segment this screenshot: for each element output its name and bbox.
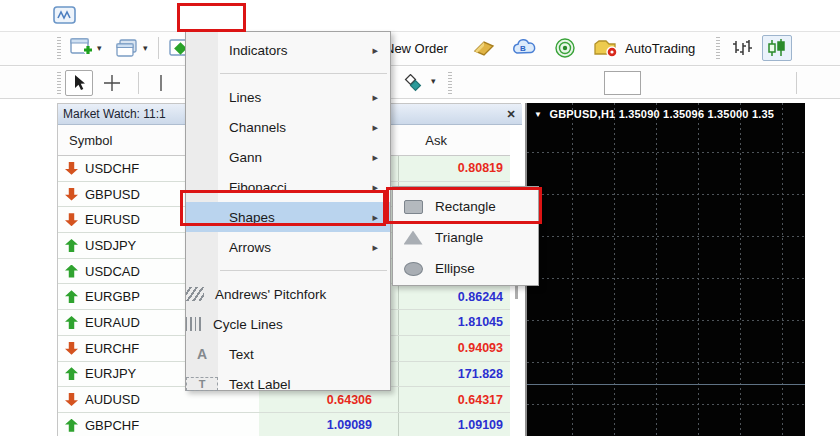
crosshair-tool-button[interactable]	[98, 70, 126, 96]
menu-item-label: Gann	[229, 150, 372, 165]
chart-ohlc-values: 1.35090 1.35096 1.35000 1.35	[619, 108, 774, 120]
timeframe-button[interactable]	[715, 71, 752, 95]
trend-arrow-icon	[65, 290, 78, 303]
timeframe-bar	[456, 71, 789, 95]
textlabel-icon: T	[186, 377, 218, 391]
toolbar-grip[interactable]	[57, 72, 61, 94]
new-chart-button[interactable]	[67, 35, 96, 61]
trend-arrow-icon	[65, 316, 78, 329]
menu-item[interactable]: Gann ▸	[186, 142, 390, 172]
bar-chart-mode-button[interactable]	[728, 35, 756, 61]
timeframe-button[interactable]	[493, 71, 530, 95]
menu-item-label: Lines	[229, 90, 372, 105]
autotrading-label[interactable]: AutoTrading	[625, 41, 695, 56]
symbol-label: EURGBP	[85, 289, 140, 304]
menu-bar	[0, 0, 840, 31]
triangle-icon	[404, 231, 423, 245]
indicator-dropdown-icon[interactable]: ▾	[431, 76, 436, 86]
timeframe-button[interactable]	[456, 71, 493, 95]
menu-item[interactable]: Shapes ▸	[186, 202, 390, 232]
profiles-dropdown-icon[interactable]: ▾	[143, 43, 148, 53]
ask-value: 1.09109	[398, 413, 510, 436]
vertical-line-tool-button[interactable]	[148, 70, 174, 96]
signals-button[interactable]	[550, 35, 580, 61]
trend-arrow-icon	[65, 213, 78, 226]
chart-header: ▼ GBPUSD,H1 1.35090 1.35096 1.35000 1.35	[534, 108, 774, 120]
toolbar-grip[interactable]	[57, 37, 61, 59]
timeframe-button[interactable]	[530, 71, 567, 95]
timeframe-button[interactable]	[752, 71, 789, 95]
chart-area[interactable]: ▼ GBPUSD,H1 1.35090 1.35096 1.35000 1.35	[525, 103, 805, 436]
profiles-icon	[115, 38, 139, 58]
submenu-arrow-icon: ▸	[372, 121, 378, 134]
symbol-column-header[interactable]: Symbol	[69, 133, 112, 148]
trend-arrow-icon	[65, 265, 78, 278]
timeframe-button[interactable]	[641, 71, 678, 95]
timeframe-button[interactable]	[678, 71, 715, 95]
toolbar-separator	[796, 72, 797, 94]
symbol-label: EURAUD	[85, 315, 140, 330]
menu-item[interactable]: Arrows ▸	[186, 232, 390, 262]
symbol-label: GBPCHF	[85, 418, 139, 433]
new-chart-dropdown-icon[interactable]: ▾	[97, 43, 102, 53]
ask-column-header[interactable]: Ask	[425, 133, 447, 148]
menu-item[interactable]: Indicators ▸	[186, 35, 390, 65]
menu-item-label: Fibonacci	[229, 180, 372, 195]
submenu-item[interactable]: Rectangle	[393, 191, 538, 222]
autotrading-icon	[593, 37, 619, 59]
indicator-list-button[interactable]	[400, 70, 428, 96]
ask-value: 0.86244	[398, 284, 510, 309]
submenu-arrow-icon: ▸	[372, 241, 378, 254]
gold-book-icon	[471, 37, 497, 59]
symbol-label: EURCHF	[85, 341, 139, 356]
bar-chart-icon	[731, 38, 753, 58]
symbol-label: GBPUSD	[85, 187, 140, 202]
symbol-label: USDCAD	[85, 264, 140, 279]
menu-item-label: Channels	[229, 120, 372, 135]
signal-icon	[553, 37, 577, 59]
timeframe-button[interactable]	[604, 71, 641, 95]
menu-item[interactable]: Andrews' Pitchfork ▸	[186, 279, 390, 309]
cloud-icon: B	[511, 38, 537, 58]
submenu-item[interactable]: Ellipse	[393, 253, 538, 284]
chart-dropdown-icon[interactable]: ▼	[534, 110, 542, 119]
close-icon[interactable]: ✕	[503, 106, 519, 122]
trend-arrow-icon	[65, 239, 78, 252]
symbol-label: USDCHF	[85, 161, 139, 176]
menu-item[interactable]: A Text ▸	[186, 339, 390, 369]
candlestick-mode-button[interactable]	[762, 35, 792, 61]
ellipse-icon	[404, 262, 423, 276]
menu-item[interactable]: Fibonacci ▸	[186, 172, 390, 202]
table-row[interactable]: GBPCHF 1.09089 1.09109	[58, 413, 510, 436]
menu-item[interactable]: Cycle Lines ▸	[186, 309, 390, 339]
trend-arrow-icon	[65, 367, 78, 380]
data-window-button[interactable]	[468, 35, 500, 61]
submenu-arrow-icon: ▸	[372, 91, 378, 104]
symbol-label: AUDUSD	[85, 392, 140, 407]
text-icon: A	[186, 346, 218, 362]
ask-value: 1.81045	[398, 310, 510, 335]
timeframe-button[interactable]	[567, 71, 604, 95]
rectangle-icon	[404, 200, 423, 214]
toolbar-grip[interactable]	[716, 37, 720, 59]
menu-item[interactable]: T Text Label ▸	[186, 369, 390, 399]
menu-separator	[220, 262, 387, 271]
profiles-button[interactable]	[112, 35, 142, 61]
trend-arrow-icon	[65, 393, 78, 406]
menu-item[interactable]: Lines ▸	[186, 82, 390, 112]
menu-item-label: Andrews' Pitchfork	[215, 287, 372, 302]
toolbar-grip[interactable]	[448, 72, 452, 94]
candlestick-icon	[765, 38, 789, 58]
ask-value: 0.64317	[398, 387, 510, 412]
cursor-tool-button[interactable]	[65, 70, 93, 96]
insert-menu: Indicators ▸ Lines ▸ Channels ▸ Gann ▸ F…	[185, 31, 391, 391]
mql5-community-button[interactable]: B	[508, 35, 540, 61]
trend-arrow-icon	[65, 342, 78, 355]
submenu-item[interactable]: Triangle	[393, 222, 538, 253]
new-order-button[interactable]: New Order	[385, 41, 448, 56]
menu-item[interactable]: Channels ▸	[186, 112, 390, 142]
mt4-window: ▾ ▾ New Order B	[0, 0, 840, 436]
toolbar-separator	[138, 72, 139, 94]
autotrading-button[interactable]	[590, 35, 622, 61]
bid-value: 1.09089	[259, 413, 398, 436]
